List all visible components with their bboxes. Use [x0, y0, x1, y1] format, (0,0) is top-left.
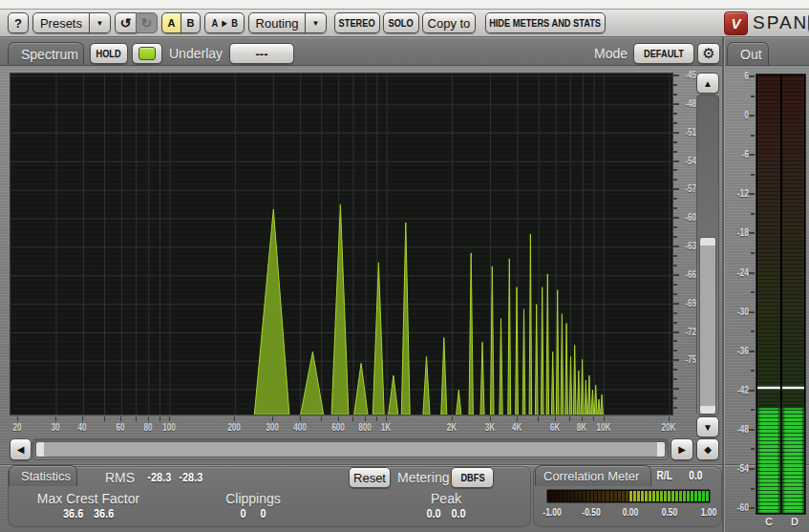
solo-button[interactable]: SOLO	[383, 12, 419, 33]
spectrum-peak	[389, 375, 398, 415]
correlation-segment	[698, 491, 701, 501]
correlation-mode-button[interactable]: R/L	[655, 469, 673, 482]
mode-select-button[interactable]: DEFAULT	[633, 43, 694, 64]
tab-out[interactable]: Out	[727, 42, 769, 65]
dropdown-arrow-icon: ▼	[96, 19, 103, 28]
stereo-button[interactable]: STEREO	[334, 12, 380, 33]
spectrum-peak	[561, 314, 564, 415]
freq-tick	[352, 416, 353, 421]
correlation-segment	[548, 491, 551, 501]
correlation-segment	[656, 491, 659, 501]
out-scale-tick	[751, 448, 755, 450]
db-tick-label: -63	[681, 241, 696, 251]
out-scale-label: -24	[726, 267, 749, 278]
hide-meters-stats-button[interactable]: HIDE METERS AND STATS	[485, 12, 606, 33]
vertical-scrollbar-track[interactable]	[696, 95, 719, 415]
db-scale: -45-48-51-54-57-60-63-66-69-72-75	[671, 73, 696, 415]
spectrum-peak	[480, 342, 484, 415]
max-crest-label: Max Crest Factor	[19, 491, 158, 506]
session-b-button[interactable]: B	[181, 12, 201, 33]
undo-button[interactable]: ↺	[115, 12, 137, 33]
correlation-segment	[702, 491, 705, 501]
correlation-segment	[652, 491, 655, 501]
max-crest-column: Max Crest Factor 36.6 36.6	[19, 491, 158, 521]
db-tick	[673, 397, 677, 399]
underlay-select-button[interactable]: ---	[229, 43, 294, 64]
plugin-name: SPAN	[753, 12, 808, 33]
mode-label: Mode	[594, 46, 628, 61]
db-tick	[673, 322, 677, 324]
horizontal-scrollbar-track[interactable]	[32, 438, 669, 460]
spectrum-peak	[601, 394, 604, 415]
freq-tick	[582, 416, 583, 421]
spectrum-color-button[interactable]	[132, 43, 162, 64]
correlation-segment	[671, 491, 674, 501]
spectrum-peak	[591, 390, 594, 415]
db-tick	[673, 303, 679, 305]
correlation-segment	[679, 491, 682, 501]
db-tick-label: -75	[681, 354, 696, 365]
scroll-right-button[interactable]: ▶	[671, 438, 693, 460]
presets-label: Presets	[40, 16, 82, 31]
scroll-left-button[interactable]: ◀	[10, 438, 32, 460]
correlation-segment	[629, 491, 632, 501]
freq-tick-label: 40	[78, 422, 87, 433]
out-scale-tick	[749, 272, 755, 274]
spectrum-peak	[331, 204, 349, 415]
db-tick-label: -54	[681, 156, 696, 166]
metering-mode-button[interactable]: DBFS	[451, 467, 494, 488]
freq-tick	[234, 416, 235, 421]
horizontal-scrollbar-thumb[interactable]	[35, 441, 666, 458]
spectrum-peak	[578, 371, 581, 415]
tab-statistics[interactable]: Statistics	[9, 465, 77, 486]
out-scale-tick	[751, 330, 755, 332]
zoom-reset-button[interactable]: ◆	[696, 438, 719, 460]
db-tick	[673, 113, 677, 115]
freq-tick	[148, 416, 149, 421]
presets-dropdown-button[interactable]: ▼	[89, 12, 111, 33]
out-scale-tick	[749, 390, 755, 392]
correlation-segment	[618, 491, 621, 501]
output-level-meter[interactable]	[756, 74, 806, 515]
freq-tick	[669, 416, 670, 421]
db-tick	[673, 188, 679, 190]
routing-button[interactable]: Routing	[248, 12, 306, 33]
vertical-scrollbar-thumb[interactable]	[699, 237, 716, 415]
spectrum-peak	[469, 253, 473, 415]
spectrum-display[interactable]	[10, 73, 673, 415]
correlation-scale-label: 1.00	[701, 507, 717, 518]
clippings-values: 0 0	[186, 506, 320, 521]
out-scale-tick	[751, 96, 755, 97]
correlation-segment	[602, 491, 605, 501]
voxengo-logo: V	[724, 11, 748, 35]
session-a-button[interactable]: A	[161, 12, 181, 33]
correlation-segment	[556, 491, 559, 501]
scroll-up-button[interactable]: ▲	[696, 73, 719, 94]
mode-settings-button[interactable]: ⚙	[697, 43, 720, 64]
db-tick	[673, 350, 677, 351]
presets-button[interactable]: Presets	[32, 12, 90, 33]
freq-tick	[517, 416, 518, 421]
correlation-segment	[691, 491, 693, 501]
copy-to-button[interactable]: Copy to	[422, 12, 476, 33]
help-button[interactable]: ?	[8, 12, 29, 33]
scroll-down-button[interactable]: ▼	[696, 416, 719, 437]
db-tick-label: -66	[681, 269, 696, 280]
db-tick	[673, 378, 677, 380]
freq-tick	[593, 416, 594, 421]
presets-group: Presets ▼	[32, 12, 111, 33]
reset-button[interactable]: Reset	[349, 467, 391, 488]
correlation-segment	[664, 491, 667, 501]
hold-button[interactable]: HOLD	[90, 43, 128, 64]
history-group: ↺ ↻	[115, 12, 158, 33]
routing-dropdown-button[interactable]: ▼	[305, 12, 327, 33]
freq-tick	[104, 416, 105, 421]
out-scale-label: -36	[726, 346, 749, 356]
peak-values: 0.0 0.0	[374, 506, 518, 521]
copy-a-to-b-button[interactable]: A ► B	[204, 12, 245, 33]
db-tick	[673, 94, 677, 96]
correlation-segment	[637, 491, 640, 501]
correlation-segment	[571, 491, 574, 501]
redo-button[interactable]: ↻	[136, 12, 158, 33]
tab-spectrum[interactable]: Spectrum	[8, 42, 84, 65]
